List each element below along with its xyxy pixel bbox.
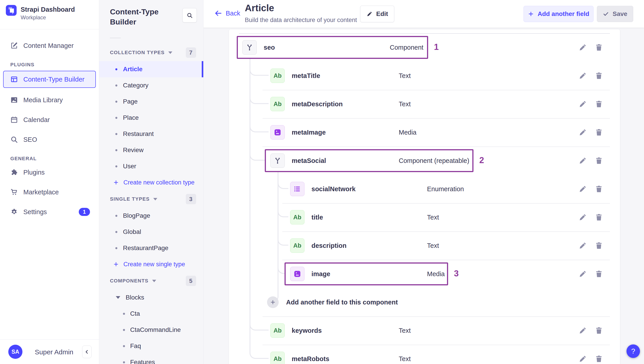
panel-item-ctacommandline[interactable]: CtaCommandLine (99, 322, 203, 338)
edit-field-button[interactable] (578, 270, 587, 278)
delete-field-button[interactable] (595, 71, 603, 80)
panel-section-header-single-types[interactable]: SINGLE TYPES3 (99, 191, 203, 208)
sidebar-item-label: SEO (23, 136, 37, 143)
row-divider (262, 146, 610, 147)
sidebar-item-media-library[interactable]: Media Library (0, 90, 99, 110)
panel-item-restaurantpage[interactable]: RestaurantPage (99, 240, 203, 256)
bullet-icon (115, 165, 117, 167)
back-label: Back (226, 10, 240, 17)
magnifier-icon (10, 136, 18, 143)
field-type: Media (427, 270, 445, 277)
text-icon: Ab (270, 352, 285, 364)
panel-item-category[interactable]: Category (99, 77, 203, 93)
edit-field-button[interactable] (578, 185, 587, 193)
add-field-row: Add another field to this component (229, 288, 620, 316)
delete-field-button[interactable] (595, 241, 603, 250)
delete-field-button[interactable] (595, 185, 603, 193)
media-icon (270, 125, 285, 139)
delete-field-button[interactable] (595, 326, 603, 335)
panel-item-label: User (123, 163, 136, 170)
edit-field-button[interactable] (578, 71, 587, 80)
panel-item-faq[interactable]: Faq (99, 338, 203, 354)
panel-item-cta[interactable]: Cta (99, 306, 203, 322)
sidebar-item-plugins[interactable]: Plugins (0, 162, 99, 182)
edit-field-button[interactable] (578, 354, 587, 363)
save-button[interactable]: Save (597, 6, 633, 22)
chevron-down-icon (152, 280, 156, 282)
bullet-icon (123, 361, 125, 363)
panel-item-review[interactable]: Review (99, 142, 203, 158)
panel-section-header-components[interactable]: COMPONENTS5 (99, 272, 203, 289)
panel-action-create-new-collection-type[interactable]: Create new collection type (99, 174, 203, 191)
divider (110, 38, 121, 38)
sidebar-item-label: Content Manager (23, 42, 74, 49)
help-button[interactable]: ? (626, 344, 640, 358)
delete-field-button[interactable] (595, 270, 603, 278)
edit-field-button[interactable] (578, 213, 587, 222)
sidebar-item-content-manager[interactable]: Content Manager (0, 36, 99, 56)
row-divider (262, 345, 610, 345)
edit-field-button[interactable] (578, 326, 587, 335)
delete-field-button[interactable] (595, 156, 603, 165)
edit-field-button[interactable] (578, 156, 587, 165)
panel-section-header-collection-types[interactable]: COLLECTION TYPES7 (99, 44, 203, 61)
delete-field-button[interactable] (595, 213, 603, 222)
text-icon: Ab (270, 69, 285, 83)
add-another-field-button[interactable]: Add another field (524, 6, 594, 22)
page-subtitle: Build the data architecture of your cont… (245, 17, 357, 24)
bullet-icon (115, 117, 117, 119)
panel-item-label: Restaurant (123, 130, 154, 137)
panel-item-place[interactable]: Place (99, 110, 203, 126)
search-button[interactable] (182, 8, 197, 23)
panel-item-user[interactable]: User (99, 158, 203, 174)
delete-field-button[interactable] (595, 43, 603, 52)
panel-item-features[interactable]: Features (99, 354, 203, 364)
back-link[interactable]: Back (214, 10, 240, 17)
field-type: Text (399, 72, 411, 79)
panel-item-page[interactable]: Page (99, 93, 203, 110)
sidebar-item-content-type-builder[interactable]: Content-Type Builder (3, 71, 96, 88)
edit-field-button[interactable] (578, 100, 587, 108)
add-field-to-component-button[interactable] (267, 296, 279, 308)
delete-field-button[interactable] (595, 354, 603, 363)
collapse-sidebar-button[interactable] (82, 345, 92, 358)
sidebar-item-label: Content-Type Builder (23, 76, 84, 83)
edit-field-button[interactable] (578, 128, 587, 137)
bullet-icon (115, 84, 117, 87)
panel-item-global[interactable]: Global (99, 224, 203, 240)
text-icon: Ab (270, 97, 285, 111)
avatar[interactable]: SA (8, 345, 22, 359)
caret-down-icon (116, 296, 120, 299)
panel-item-blogpage[interactable]: BlogPage (99, 208, 203, 224)
gear-icon (10, 208, 18, 216)
main-sidebar: Strapi Dashboard Workplace Content Manag… (0, 0, 99, 364)
bullet-icon (123, 313, 125, 315)
edit-button[interactable]: Edit (360, 6, 394, 22)
field-type: Text (427, 242, 439, 249)
brand-subtitle: Workplace (21, 14, 46, 21)
check-icon (603, 11, 609, 17)
sidebar-item-seo[interactable]: SEO (0, 130, 99, 149)
panel-item-label: Faq (130, 342, 141, 350)
panel-item-restaurant[interactable]: Restaurant (99, 126, 203, 142)
panel-item-article[interactable]: Article (99, 61, 203, 77)
edit-field-button[interactable] (578, 43, 587, 52)
sidebar-item-calendar[interactable]: Calendar (0, 110, 99, 130)
text-icon: Ab (290, 210, 304, 225)
panel-action-label: Create new single type (124, 261, 185, 268)
panel-action-create-new-single-type[interactable]: Create new single type (99, 256, 203, 272)
text-icon: Ab (270, 323, 285, 338)
panel-item-label: CtaCommandLine (130, 326, 181, 333)
delete-field-button[interactable] (595, 128, 603, 137)
panel-item-label: Page (123, 98, 138, 105)
delete-field-button[interactable] (595, 100, 603, 108)
edit-field-button[interactable] (578, 241, 587, 250)
sidebar-item-marketplace[interactable]: Marketplace (0, 182, 99, 202)
component-icon (242, 40, 257, 55)
row-divider (262, 316, 610, 317)
strapi-logo (6, 5, 16, 16)
panel-group-blocks[interactable]: Blocks (99, 289, 203, 306)
panel-section-count: 3 (186, 194, 196, 204)
sidebar-item-settings[interactable]: Settings1 (0, 202, 99, 222)
field-name: metaDescription (292, 100, 343, 108)
